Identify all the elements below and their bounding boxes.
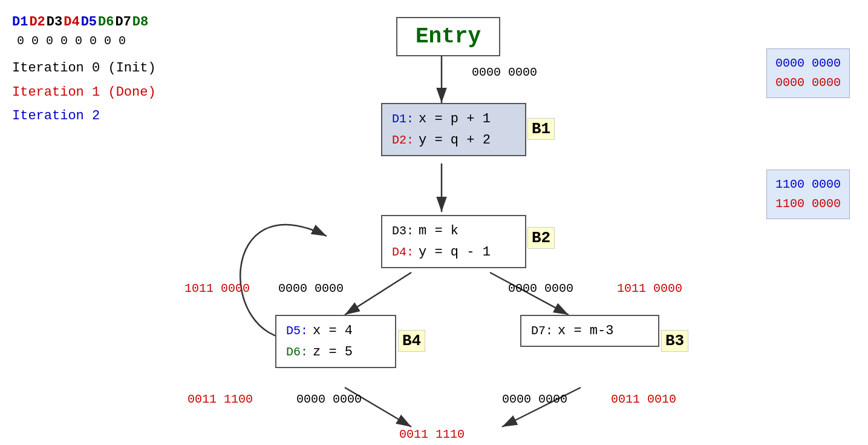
b4-d5-label: D5: [286,322,308,340]
b2-d4-label: D4: [392,243,414,262]
b3-label: B3 [661,330,688,352]
zero-7: 0 [119,32,126,50]
rp-top-line1: 0000 0000 [775,54,841,73]
b1-label: B1 [527,118,555,140]
svg-line-3 [345,272,411,315]
diagram: Entry 0000 0000 0000 0000 0000 0000 D1: … [181,0,868,445]
b1-line2: y = q + 2 [419,130,491,150]
b2-line1: m = k [419,221,458,241]
zero-6: 0 [104,32,111,50]
d2-label: D2 [29,12,45,32]
zero-3: 0 [60,32,68,50]
b3-d7-label: D7: [531,322,553,340]
iter-2: Iteration 2 [12,104,156,128]
b4-node: D5: x = 4 D6: z = 5 [275,315,396,368]
b2-line2: y = q - 1 [419,242,491,262]
rp-b1-line2: 1100 0000 [775,194,841,214]
d1-label: D1 [12,12,28,32]
b2-right-bits-black: 0000 0000 [508,282,573,295]
b3-out-bits-red: 0011 0010 [611,392,676,406]
d4-label: D4 [64,12,79,32]
b2-label: B2 [527,227,555,249]
legend: D1D2D3D4D5D6D7D8 0 0 0 0 0 0 0 0 Iterati… [12,12,156,128]
b1-node: D1: x = p + 1 D2: y = q + 2 [381,103,526,156]
b3-out-bits-black: 0000 0000 [502,392,567,406]
zero-2: 0 [46,32,53,50]
entry-node: Entry [396,17,500,56]
b2-node: D3: m = k D4: y = q - 1 [381,215,526,268]
d8-label: D8 [132,12,148,32]
b1-d2-label: D2: [392,131,414,150]
d6-label: D6 [98,12,114,32]
b4-label: B4 [398,330,425,352]
b4-out-bits-red: 0011 1100 [188,392,253,406]
b4-line2: z = 5 [313,342,353,362]
b1-d1-label: D1: [392,110,414,128]
d5-label: D5 [81,12,97,32]
iter-1: Iteration 1 (Done) [12,81,156,105]
zero-4: 0 [75,32,82,50]
b3-line1: x = m-3 [558,321,613,341]
b1-line1: x = p + 1 [419,109,491,129]
d7-label: D7 [115,12,131,32]
d-labels-row: D1D2D3D4D5D6D7D8 [12,12,156,32]
b4-out-bits-black: 0000 0000 [296,392,362,406]
d3-label: D3 [47,12,62,32]
b2-d3-label: D3: [392,222,414,240]
b5-partial-bits-red: 0011 1110 [399,427,465,441]
entry-label: Entry [416,24,481,49]
iterations: Iteration 0 (Init) Iteration 1 (Done) It… [12,56,156,128]
b2-left-bits-black: 0000 0000 [278,282,344,295]
b4-line1: x = 4 [313,321,353,341]
zero-5: 0 [90,32,97,50]
b2-right-bits-red: 1011 0000 [617,282,682,295]
rp-top-line2: 0000 0000 [775,73,841,93]
zero-row: 0 0 0 0 0 0 0 0 [12,32,156,50]
zero-0: 0 [17,32,24,50]
right-panel-b1: 1100 0000 1100 0000 [766,170,850,219]
rp-b1-line1: 1100 0000 [775,175,841,194]
b4-d6-label: D6: [286,343,308,361]
iter-0: Iteration 0 (Init) [12,56,156,81]
right-panel-top: 0000 0000 0000 0000 [766,48,850,98]
zero-1: 0 [31,32,39,50]
b2-left-bits-red: 1011 0000 [184,282,250,295]
b3-node: D7: x = m-3 [520,315,659,347]
entry-out-bits: 0000 0000 [472,65,537,79]
